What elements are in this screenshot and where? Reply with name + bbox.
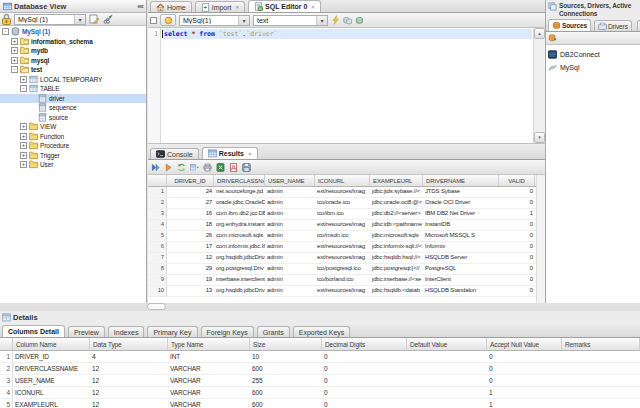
combo-arrow-icon[interactable]: ▾ [316,16,327,25]
table-row[interactable]: 617com.informix.jdbc.Ifadminext/resource… [148,242,545,253]
expand-icon[interactable]: + [20,76,27,83]
expand-icon[interactable]: + [11,38,18,45]
tree-item-user[interactable]: +User [0,160,146,170]
scroll-down-icon[interactable]: ▾ [534,132,545,143]
tree-item-mysql[interactable]: +mysql [0,56,146,66]
combo-arrow-icon[interactable]: ▾ [74,15,85,24]
column-header-data-type[interactable]: Data Type [90,338,168,350]
table-row[interactable]: 919interbase.interclientadminico/borland… [148,275,545,286]
table-row[interactable]: 1013org.hsqldb.jdbcDrivadminext/resource… [148,286,545,297]
column-header-remarks[interactable]: Remarks [562,338,640,350]
column-header-exampleurl[interactable]: EXAMPLEURL [370,175,423,186]
column-header-rownum[interactable] [0,338,13,350]
results-vscrollbar[interactable] [536,175,545,314]
table-row[interactable]: 712org.hsqldb.jdbcDrivadminext/resources… [148,253,545,264]
table-row[interactable]: 4ICONURL12VARCHAR60001 [0,387,640,399]
column-header-column-name[interactable]: Column Name [13,338,90,350]
column-header-rownum[interactable] [148,175,167,186]
tree-item-source[interactable]: source [0,113,146,123]
tree-item-sequence[interactable]: sequence [0,103,146,113]
table-row[interactable]: 316com.ibm.db2.jcc.DBadminico/ibm.icojdb… [148,209,545,220]
tree-item-mydb[interactable]: +mydb [0,46,146,56]
tab-indexes[interactable]: Indexes [108,326,145,337]
tab-home[interactable]: Home [150,1,192,12]
table-row[interactable]: 3USER_NAME12VARCHAR25500 [0,375,640,387]
expand-icon[interactable]: + [20,142,27,149]
column-header-accept-null-value[interactable]: Accept Null Value [487,338,562,350]
tree-item-information-schema[interactable]: +information_schema [0,37,146,47]
tab-close-icon[interactable]: × [311,4,315,10]
collapse-left-panel-button[interactable]: «« [137,3,143,10]
cell: oracle.jdbc.OracleD [214,198,265,208]
expand-icon[interactable]: + [20,133,27,140]
tab-grants[interactable]: Grants [257,326,290,337]
column-header-user_name[interactable]: USER_NAME [265,175,315,186]
tab-close-icon[interactable]: × [248,151,252,157]
tree-item-test[interactable]: -test [0,65,146,75]
table-row[interactable]: 829org.postgresql.Drivadminico/postgresq… [148,264,545,275]
column-header-valid[interactable]: VALID [499,175,535,186]
column-header-size[interactable]: Size [250,338,322,350]
horizontal-splitter[interactable] [0,303,640,311]
column-header-type-name[interactable]: Type Name [168,338,250,350]
schema-icon [20,56,29,65]
table-row[interactable]: 5EXAMPLEURL12VARCHAR60001 [0,399,640,408]
tree-item-function[interactable]: +Function [0,132,146,142]
tree-item-local-temporary[interactable]: +LOCAL TEMPORARY [0,75,146,85]
scroll-up-icon[interactable]: ▴ [534,28,545,39]
tab-foreign-keys[interactable]: Foreign Keys [201,326,254,337]
table-row[interactable]: 418org.enhydra.instantadminext/resources… [148,220,545,231]
column-header-decimal-digits[interactable]: Decimal Digits [322,338,407,350]
expand-icon[interactable]: + [11,47,18,54]
expand-icon[interactable]: + [20,152,27,159]
tab-columns-detail[interactable]: Columns Detail [2,325,65,337]
editor-vscrollbar[interactable]: ▴▾ [533,28,545,143]
table-row[interactable]: 124net.sourceforge.jtdadminext/resources… [148,187,545,198]
tree-item-procedure[interactable]: +Procedure [0,141,146,151]
source-item-db2connect[interactable]: DB2Connect [548,48,640,61]
column-header-iconurl[interactable]: ICONURL [315,175,370,186]
tab-close-icon[interactable]: × [236,4,240,10]
table-row[interactable]: 526com.microsoft.sqlsadminico/msdn.icojd… [148,231,545,242]
cell: jdbc:oracle:oci8:@< [370,198,423,208]
tab-sources[interactable]: Sources [548,19,591,31]
table-row[interactable]: 227oracle.jdbc.OracleDadminico/oracle.ic… [148,198,545,209]
table-row[interactable]: 2DRIVERCLASSNAME12VARCHAR60000 [0,363,640,375]
tab-sql-editor-0[interactable]: SQL Editor 0× [248,0,321,12]
column-header-driver_id[interactable]: DRIVER_ID [167,175,214,186]
tree-item-trigger[interactable]: +Trigger [0,151,146,161]
collapse-icon[interactable]: - [2,28,9,35]
tab-preview[interactable]: Preview [68,326,105,337]
limit-checkbox[interactable] [150,17,157,24]
column-header-default-value[interactable]: Default Value [407,338,487,350]
source-item-mysql[interactable]: MySql [548,61,640,74]
tree-item-view[interactable]: +VIEW [0,122,146,132]
tree-item-table[interactable]: -TABLE [0,84,146,94]
combo-arrow-icon[interactable]: ▾ [238,16,249,25]
tree-item-mysql-1-[interactable]: -MySql (1) [0,27,146,37]
tab-results[interactable]: Results× [202,147,258,159]
database-icon [11,27,20,36]
column-header-driverclassname[interactable]: DRIVERCLASSNAME [214,175,265,186]
editor-mode-select[interactable]: text▾ [253,15,328,26]
collapse-icon[interactable]: - [11,66,18,73]
tab-exported-keys[interactable]: Exported Keys [293,326,351,337]
editor-connection-select[interactable]: MySql(1)▾ [179,15,250,26]
tab-primary-key[interactable]: Primary Key [147,326,197,337]
cell: ico/oracle.ico [315,198,370,208]
collapse-icon[interactable]: - [20,85,27,92]
splitter-handle[interactable] [147,303,166,310]
explain-button[interactable] [160,14,176,26]
editor-line-1[interactable]: select * from `test`.`driver` [162,29,532,39]
expand-icon[interactable]: + [20,161,27,168]
expand-icon[interactable]: + [20,123,27,130]
tab-drivers[interactable]: Drivers [594,20,632,31]
expand-icon[interactable]: + [11,57,18,64]
connection-select[interactable]: MySql (1)▾ [14,14,86,25]
sql-editor[interactable]: 1select * from `test`.`driver`▴▾ [148,28,545,144]
tab-console[interactable]: Console [150,148,199,159]
column-header-drivername[interactable]: DRIVERNAME [423,175,499,186]
tab-import[interactable]: Import× [195,1,245,12]
table-row[interactable]: 1DRIVER_ID4INT1000 [0,351,640,363]
tree-item-driver[interactable]: driver [0,94,146,104]
